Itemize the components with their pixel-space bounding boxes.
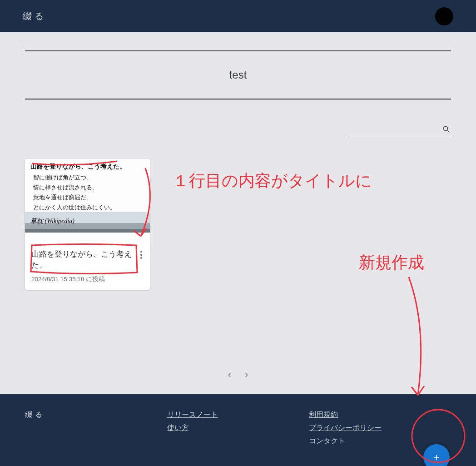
app-header: 綴る xyxy=(0,0,476,32)
search-row xyxy=(25,125,451,136)
footer-link-contact[interactable]: コンタクト xyxy=(309,436,451,446)
note-card[interactable]: 山路を登りながら、こう考えた。 智に働けば角が立つ。 情に棹させば流される。 意… xyxy=(25,159,150,290)
footer-link-release-notes[interactable]: リリースノート xyxy=(167,410,309,420)
footer-link-usage[interactable]: 使い方 xyxy=(167,423,309,433)
hw-line: 智に働けば角が立つ。 xyxy=(33,174,92,182)
hw-line: 意地を通せば窮屈だ。 xyxy=(33,193,92,202)
note-title: 山路を登りながら、こう考えた。 xyxy=(31,249,144,271)
page-prev[interactable]: ‹ xyxy=(228,369,231,381)
footer: 綴る リリースノート 使い方 利用規約 プライバシーポリシー コンタクト ＋ xyxy=(0,394,476,466)
footer-link-terms[interactable]: 利用規約 xyxy=(309,410,451,420)
avatar[interactable] xyxy=(435,7,453,25)
main-area: test 山路を登りながら、こう考えた。 智に働けば角が立つ。 情に棹させば流さ… xyxy=(0,50,476,394)
more-icon[interactable] xyxy=(137,251,145,259)
footer-link-privacy[interactable]: プライバシーポリシー xyxy=(309,423,451,433)
hw-line: とにかく人の世は住みにくい。 xyxy=(33,203,116,212)
note-thumbnail: 山路を登りながら、こう考えた。 智に働けば角が立つ。 情に棹させば流される。 意… xyxy=(25,159,150,244)
hw-line: 情に棹させば流される。 xyxy=(33,183,98,192)
search-input[interactable] xyxy=(347,125,451,136)
hw-line: 草枕 (Wikipedia) xyxy=(30,217,74,225)
app-title[interactable]: 綴る xyxy=(23,10,46,22)
plus-icon: ＋ xyxy=(431,451,441,464)
page-title: test xyxy=(25,50,451,100)
search-icon xyxy=(442,125,451,134)
footer-brand[interactable]: 綴る xyxy=(25,410,167,420)
pager: ‹ › xyxy=(228,369,248,381)
note-meta: 2024/8/31 15:35:18 に投稿 xyxy=(31,275,144,283)
page-next[interactable]: › xyxy=(245,369,248,381)
hw-line: 山路を登りながら、こう考えた。 xyxy=(30,163,126,171)
